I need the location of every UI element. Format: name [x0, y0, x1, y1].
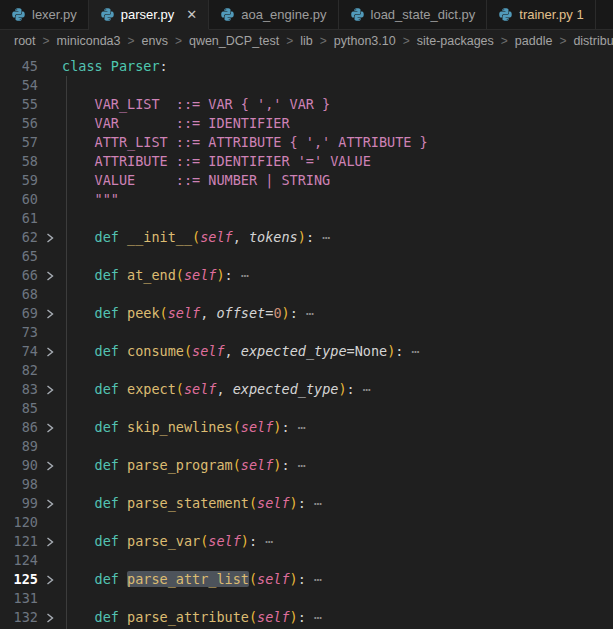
code-text[interactable] [62, 76, 613, 95]
breadcrumb-item-python3.10[interactable]: python3.10 [334, 34, 396, 48]
code-text[interactable]: VALUE ::= NUMBER | STRING [62, 171, 613, 190]
fold-chevron-icon[interactable] [38, 456, 62, 475]
fold-gutter [38, 285, 62, 304]
code-text[interactable]: def parse_var(self): ⋯ [62, 532, 613, 551]
fold-gutter [38, 95, 62, 114]
fold-chevron-icon[interactable] [38, 266, 62, 285]
code-text[interactable] [62, 361, 613, 380]
fold-chevron-icon[interactable] [38, 380, 62, 399]
token-fnh: parse_attr_list [127, 571, 249, 587]
tab-lexer.py[interactable]: lexer.py [0, 0, 89, 30]
fold-chevron-icon[interactable] [38, 342, 62, 361]
breadcrumb-item-envs[interactable]: envs [142, 34, 168, 48]
token-el: ⋯ [233, 267, 249, 283]
code-text[interactable]: VAR_LIST ::= VAR { ',' VAR } [62, 95, 613, 114]
code-text[interactable]: def parse_statement(self): ⋯ [62, 494, 613, 513]
code-text[interactable]: def parse_program(self): ⋯ [62, 456, 613, 475]
code-text[interactable] [62, 247, 613, 266]
line-number: 60 [0, 190, 38, 209]
breadcrumb-item-root[interactable]: root [14, 34, 36, 48]
token-fn: consume [127, 343, 184, 359]
token-ind [62, 153, 95, 169]
breadcrumb-item-miniconda3[interactable]: miniconda3 [57, 34, 121, 48]
code-text[interactable]: def skip_newlines(self): ⋯ [62, 418, 613, 437]
code-text[interactable] [62, 551, 613, 570]
fold-gutter [38, 475, 62, 494]
code-text[interactable] [62, 285, 613, 304]
code-line-98: 98 [0, 475, 613, 494]
token-kw: def [95, 343, 128, 359]
tab-trainer.py-1[interactable]: trainer.py 1 [487, 0, 595, 30]
fold-chevron-icon[interactable] [38, 494, 62, 513]
code-text[interactable]: def parse_attr_list(self): ⋯ [62, 570, 613, 589]
code-text[interactable]: ATTRIBUTE ::= IDENTIFIER '=' VALUE [62, 152, 613, 171]
breadcrumb-item-distributed[interactable]: distributed [573, 34, 613, 48]
line-number: 55 [0, 95, 38, 114]
token-pn: , [216, 381, 232, 397]
code-text[interactable] [62, 399, 613, 418]
tab-bar: lexer.pyparser.py✕aoa_engine.pyload_stat… [0, 0, 613, 30]
breadcrumb-item-qwen_DCP_test[interactable]: qwen_DCP_test [189, 34, 279, 48]
token-pn: : [290, 305, 298, 321]
code-text[interactable]: def parse_attribute(self): ⋯ [62, 608, 613, 627]
fold-gutter [38, 171, 62, 190]
code-text[interactable]: VAR ::= IDENTIFIER [62, 114, 613, 133]
code-text[interactable]: ATTR_LIST ::= ATTRIBUTE { ',' ATTRIBUTE … [62, 133, 613, 152]
tab-label: trainer.py 1 [519, 7, 583, 22]
code-text[interactable]: def expect(self, expected_type): ⋯ [62, 380, 613, 399]
fold-chevron-icon[interactable] [38, 608, 62, 627]
code-text[interactable] [62, 589, 613, 608]
code-text[interactable]: def peek(self, offset=0): ⋯ [62, 304, 613, 323]
close-icon[interactable]: ✕ [186, 8, 197, 21]
code-line-121: 121 def parse_var(self): ⋯ [0, 532, 613, 551]
code-text[interactable] [62, 513, 613, 532]
code-text[interactable] [62, 323, 613, 342]
token-br: ) [273, 457, 281, 473]
token-slf: self [241, 457, 274, 473]
fold-chevron-icon[interactable] [38, 570, 62, 589]
token-fn: parse_statement [127, 495, 249, 511]
code-text[interactable]: class Parser: [62, 57, 613, 76]
code-text[interactable]: def at_end(self): ⋯ [62, 266, 613, 285]
tab-parser.py[interactable]: parser.py✕ [89, 0, 209, 30]
token-slf: self [192, 343, 225, 359]
fold-chevron-icon[interactable] [38, 532, 62, 551]
fold-chevron-icon[interactable] [38, 418, 62, 437]
breadcrumb-item-lib[interactable]: lib [300, 34, 313, 48]
token-kw: def [95, 571, 128, 587]
python-icon [498, 7, 513, 22]
code-line-85: 85 [0, 399, 613, 418]
code-line-124: 124 [0, 551, 613, 570]
token-ind [62, 172, 95, 188]
code-text[interactable] [62, 475, 613, 494]
token-kw: def [95, 609, 128, 625]
code-text[interactable] [62, 209, 613, 228]
fold-chevron-icon[interactable] [38, 304, 62, 323]
token-doc: ATTR_LIST ::= ATTRIBUTE { ',' ATTRIBUTE … [95, 134, 428, 150]
code-line-99: 99 def parse_statement(self): ⋯ [0, 494, 613, 513]
code-text[interactable] [62, 437, 613, 456]
token-pn: : [282, 419, 290, 435]
fold-chevron-icon[interactable] [38, 228, 62, 247]
token-br: ( [192, 229, 200, 245]
token-fn: __init__ [127, 229, 192, 245]
breadcrumb-item-site-packages[interactable]: site-packages [417, 34, 494, 48]
tab-label: parser.py [121, 7, 174, 22]
chevron-right-icon: > [501, 34, 508, 48]
token-pn: , [233, 229, 249, 245]
token-kw: def [95, 381, 128, 397]
fold-gutter [38, 589, 62, 608]
code-editor[interactable]: 45class Parser:5455 VAR_LIST ::= VAR { '… [0, 52, 613, 629]
token-ind [62, 267, 95, 283]
line-number: 69 [0, 304, 38, 323]
tab-load_state_dict.py[interactable]: load_state_dict.py [339, 0, 488, 30]
tab-aoa_engine.py[interactable]: aoa_engine.py [209, 0, 338, 30]
code-text[interactable]: def __init__(self, tokens): ⋯ [62, 228, 613, 247]
breadcrumb-item-paddle[interactable]: paddle [515, 34, 553, 48]
token-el: ⋯ [298, 305, 314, 321]
code-text[interactable]: def consume(self, expected_type=None): ⋯ [62, 342, 613, 361]
code-line-54: 54 [0, 76, 613, 95]
token-slf: self [168, 305, 201, 321]
code-text[interactable]: """ [62, 190, 613, 209]
token-el: ⋯ [306, 495, 322, 511]
